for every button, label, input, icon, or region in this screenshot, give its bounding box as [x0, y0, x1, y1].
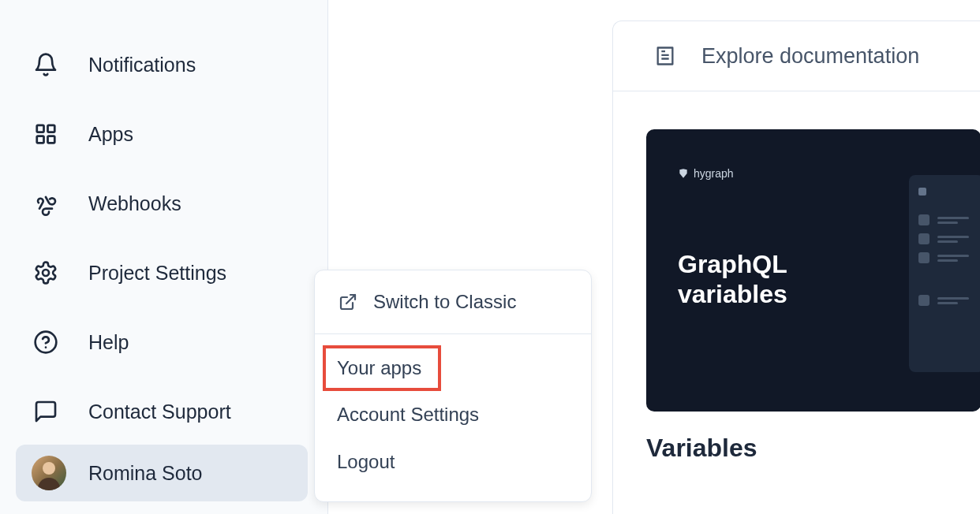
grid-icon	[32, 120, 60, 148]
menu-item-your-apps[interactable]: Your apps	[323, 345, 441, 391]
sidebar-item-apps[interactable]: Apps	[0, 99, 327, 169]
book-icon	[653, 43, 678, 69]
bell-icon	[32, 50, 60, 79]
menu-item-logout[interactable]: Logout	[337, 438, 569, 486]
documentation-header-label: Explore documentation	[701, 44, 919, 69]
svg-line-7	[346, 295, 355, 304]
svg-point-4	[43, 270, 49, 276]
sidebar-nav: Notifications Apps Webhooks Project Sett…	[0, 0, 327, 446]
user-popup-menu: Switch to Classic Your apps Account Sett…	[314, 270, 592, 502]
sidebar-item-label: Project Settings	[88, 262, 226, 285]
sidebar-item-label: Contact Support	[88, 400, 231, 423]
svg-rect-2	[48, 136, 55, 143]
message-square-icon	[32, 397, 60, 426]
sidebar: Notifications Apps Webhooks Project Sett…	[0, 0, 328, 514]
article-title: Variables	[646, 434, 980, 463]
menu-item-switch-classic[interactable]: Switch to Classic	[337, 285, 569, 319]
menu-item-label: Switch to Classic	[373, 291, 516, 313]
card-mockup-graphic	[909, 175, 980, 372]
menu-item-label: Logout	[337, 451, 395, 473]
external-link-icon	[337, 291, 359, 313]
menu-item-account-settings[interactable]: Account Settings	[337, 391, 569, 438]
documentation-panel: Explore documentation hygraph GraphQL va…	[612, 20, 980, 514]
sidebar-item-help[interactable]: Help	[0, 307, 327, 377]
sidebar-item-contact-support[interactable]: Contact Support	[0, 377, 327, 446]
sidebar-item-label: Help	[88, 331, 129, 354]
svg-rect-0	[37, 125, 44, 132]
sidebar-item-label: Apps	[88, 123, 133, 146]
avatar	[32, 456, 66, 490]
webhook-icon	[32, 189, 60, 218]
sidebar-item-label: Notifications	[88, 54, 196, 76]
card-brand-label: hygraph	[694, 167, 734, 180]
menu-item-label: Your apps	[337, 357, 421, 379]
card-brand: hygraph	[678, 167, 949, 180]
sidebar-item-label: Webhooks	[88, 192, 181, 215]
help-circle-icon	[32, 328, 60, 356]
gear-icon	[32, 259, 60, 287]
user-name-label: Romina Soto	[88, 462, 203, 485]
sidebar-item-webhooks[interactable]: Webhooks	[0, 169, 327, 238]
sidebar-item-project-settings[interactable]: Project Settings	[0, 238, 327, 307]
documentation-header[interactable]: Explore documentation	[613, 21, 980, 91]
svg-rect-1	[48, 125, 55, 132]
svg-rect-3	[37, 136, 44, 143]
user-profile-button[interactable]: Romina Soto	[16, 445, 308, 501]
menu-item-label: Account Settings	[337, 404, 479, 426]
hygraph-logo-icon	[678, 168, 689, 179]
documentation-card[interactable]: hygraph GraphQL variables	[646, 129, 980, 412]
sidebar-item-notifications[interactable]: Notifications	[0, 30, 327, 99]
